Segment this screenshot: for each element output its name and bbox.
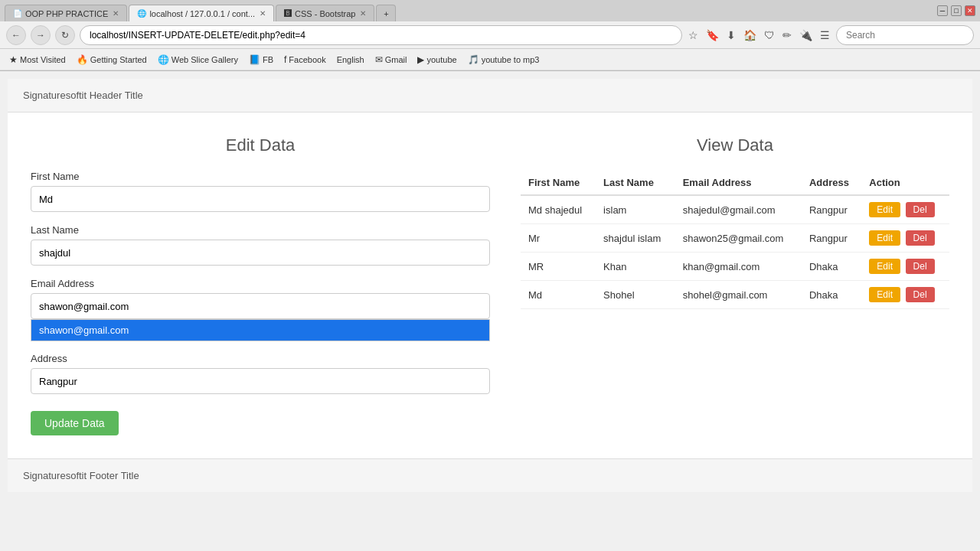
extension-icon[interactable]: 🔌 bbox=[798, 28, 814, 43]
bookmark-english[interactable]: English bbox=[334, 54, 368, 66]
shield-icon[interactable]: 🛡 bbox=[763, 28, 776, 43]
col-first-name: First Name bbox=[521, 171, 596, 195]
gmail-icon: ✉ bbox=[375, 54, 383, 65]
last-name-group: Last Name bbox=[31, 224, 490, 266]
bookmark-facebook[interactable]: f Facebook bbox=[281, 53, 329, 67]
cell-email: shohel@gmail.com bbox=[675, 281, 802, 309]
bookmark-getting-started[interactable]: 🔥 Getting Started bbox=[74, 53, 150, 67]
edit-button-3[interactable]: Edit bbox=[869, 287, 900, 302]
del-button-3[interactable]: Del bbox=[906, 287, 935, 302]
edit-section: Edit Data First Name Last Name Email Add… bbox=[23, 120, 498, 443]
del-button-0[interactable]: Del bbox=[906, 202, 935, 217]
bookmark-youtube[interactable]: ▶ youtube bbox=[414, 53, 459, 67]
tab-close-2[interactable]: ✕ bbox=[260, 9, 266, 18]
tab-label-2: localhost / 127.0.0.1 / cont... bbox=[149, 9, 255, 18]
bookmark-icon[interactable]: 🔖 bbox=[704, 28, 720, 43]
bookmark-label-english: English bbox=[337, 55, 364, 64]
page-wrapper: Signaturesoftit Header Title Edit Data F… bbox=[8, 79, 972, 492]
site-footer-title: Signaturesoftit Footer Title bbox=[23, 470, 139, 481]
autocomplete-dropdown[interactable]: shawon@gmail.com bbox=[31, 319, 490, 341]
back-button[interactable]: ← bbox=[6, 25, 26, 45]
getting-started-icon: 🔥 bbox=[77, 54, 88, 65]
address-input[interactable] bbox=[31, 368, 490, 394]
view-section: View Data First Name Last Name Email Add… bbox=[513, 120, 957, 443]
bookmark-fb[interactable]: 📘 FB bbox=[246, 53, 276, 67]
email-label: Email Address bbox=[31, 278, 490, 289]
window-controls: ─ □ ✕ bbox=[937, 5, 975, 16]
tab-localhost[interactable]: 🌐 localhost / 127.0.0.1 / cont... ✕ bbox=[129, 5, 274, 21]
search-input[interactable] bbox=[836, 25, 974, 45]
bookmark-label-getting-started: Getting Started bbox=[90, 55, 147, 64]
edit-button-1[interactable]: Edit bbox=[869, 230, 900, 246]
cell-last-name: Khan bbox=[596, 253, 675, 281]
address-group: Address bbox=[31, 353, 490, 394]
cell-action: Edit Del bbox=[861, 195, 949, 224]
data-table: First Name Last Name Email Address Addre… bbox=[521, 171, 949, 309]
table-row: MR Khan khan@gmail.com Dhaka Edit Del bbox=[521, 253, 949, 281]
cell-first-name: Md bbox=[521, 281, 596, 309]
cell-address: Dhaka bbox=[802, 281, 861, 309]
bookmark-label-fb: FB bbox=[263, 55, 273, 64]
cell-email: shawon25@gmail.com bbox=[675, 224, 802, 253]
bookmark-label-youtube: youtube bbox=[426, 55, 456, 64]
tab-label-1: OOP PHP PRACTICE bbox=[25, 9, 108, 18]
edit-button-2[interactable]: Edit bbox=[869, 259, 900, 274]
tab-icon-3: 🅱 bbox=[284, 9, 292, 18]
tab-icon-1: 📄 bbox=[13, 9, 22, 18]
new-tab-button[interactable]: + bbox=[376, 5, 396, 21]
menu-icon[interactable]: ☰ bbox=[818, 28, 831, 43]
bookmark-most-visited[interactable]: ★ Most Visited bbox=[6, 53, 69, 67]
bookmark-label-web-slice: Web Slice Gallery bbox=[172, 55, 238, 64]
tab-icon-2: 🌐 bbox=[137, 9, 146, 18]
title-bar: 📄 OOP PHP PRACTICE ✕ 🌐 localhost / 127.0… bbox=[0, 0, 980, 21]
col-last-name: Last Name bbox=[596, 171, 675, 195]
last-name-label: Last Name bbox=[31, 224, 490, 236]
edit-button-0[interactable]: Edit bbox=[869, 202, 900, 217]
refresh-button[interactable]: ↻ bbox=[55, 25, 75, 45]
download-icon[interactable]: ⬇ bbox=[725, 28, 737, 43]
table-header-row: First Name Last Name Email Address Addre… bbox=[521, 171, 949, 195]
last-name-input[interactable] bbox=[31, 240, 490, 266]
cell-last-name: Shohel bbox=[596, 281, 675, 309]
tab-bootstrap[interactable]: 🅱 CSS - Bootstrap ✕ bbox=[276, 5, 374, 21]
site-footer: Signaturesoftit Footer Title bbox=[8, 458, 972, 492]
tab-close-3[interactable]: ✕ bbox=[360, 9, 366, 18]
home-icon[interactable]: 🏠 bbox=[742, 28, 758, 43]
cell-action: Edit Del bbox=[861, 224, 949, 253]
main-content: Edit Data First Name Last Name Email Add… bbox=[8, 112, 972, 458]
tab-oop-php[interactable]: 📄 OOP PHP PRACTICE ✕ bbox=[5, 5, 127, 21]
bookmark-web-slice[interactable]: 🌐 Web Slice Gallery bbox=[155, 53, 241, 67]
del-button-2[interactable]: Del bbox=[906, 259, 935, 274]
col-action: Action bbox=[861, 171, 949, 195]
maximize-button[interactable]: □ bbox=[951, 5, 962, 16]
first-name-input[interactable] bbox=[31, 186, 490, 212]
tab-label-3: CSS - Bootstrap bbox=[295, 9, 355, 18]
close-button[interactable]: ✕ bbox=[965, 5, 975, 16]
forward-button[interactable]: → bbox=[31, 25, 51, 45]
site-header: Signaturesoftit Header Title bbox=[8, 79, 972, 112]
pen-icon[interactable]: ✏ bbox=[781, 28, 793, 43]
email-group: Email Address shawon@gmail.com bbox=[31, 278, 490, 319]
update-data-button[interactable]: Update Data bbox=[31, 411, 119, 435]
table-row: Md Shohel shohel@gmail.com Dhaka Edit De… bbox=[521, 281, 949, 309]
table-row: Md shajedul islam shajedul@gmail.com Ran… bbox=[521, 195, 949, 224]
tab-close-1[interactable]: ✕ bbox=[113, 9, 119, 18]
address-label: Address bbox=[31, 353, 490, 364]
bookmark-label-most-visited: Most Visited bbox=[20, 55, 66, 64]
bookmark-youtube-mp3[interactable]: 🎵 youtube to mp3 bbox=[465, 53, 543, 67]
del-button-1[interactable]: Del bbox=[906, 230, 935, 246]
bookmark-gmail[interactable]: ✉ Gmail bbox=[372, 53, 410, 67]
minimize-button[interactable]: ─ bbox=[937, 5, 948, 16]
first-name-label: First Name bbox=[31, 171, 490, 182]
autocomplete-item[interactable]: shawon@gmail.com bbox=[31, 320, 489, 341]
col-address: Address bbox=[802, 171, 861, 195]
email-input[interactable] bbox=[31, 293, 490, 319]
url-bar[interactable] bbox=[80, 25, 682, 45]
address-bar: ← → ↻ ☆ 🔖 ⬇ 🏠 🛡 ✏ 🔌 ☰ bbox=[0, 21, 980, 49]
email-autocomplete-wrapper: shawon@gmail.com bbox=[31, 293, 490, 319]
web-slice-icon: 🌐 bbox=[158, 54, 169, 65]
cell-first-name: MR bbox=[521, 253, 596, 281]
bookmark-label-gmail: Gmail bbox=[385, 55, 407, 64]
fb-icon: 📘 bbox=[249, 54, 260, 65]
star-icon[interactable]: ☆ bbox=[687, 28, 700, 43]
